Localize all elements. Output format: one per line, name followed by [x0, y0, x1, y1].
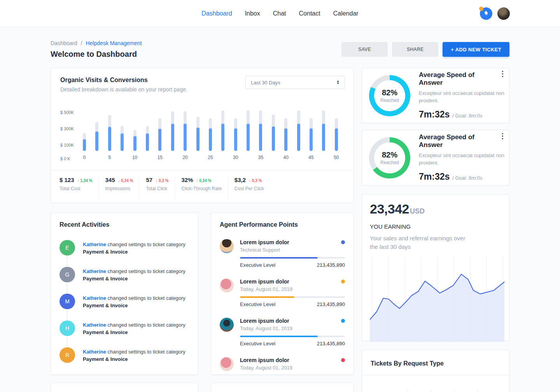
bar-column: 10: [133, 130, 136, 151]
share-button[interactable]: SHARE: [392, 42, 438, 57]
bar-total-segment: [297, 110, 300, 151]
agent-performance-card: Agent Performance Points Lorem ipsum dol…: [211, 212, 354, 375]
stat-click-through-rate: 32%↑ 0,34 %Click-Through Rate: [175, 177, 228, 199]
bar-visits-segment: [284, 128, 287, 151]
activity-user-link[interactable]: Katherine: [83, 322, 106, 328]
x-axis-tick: 30: [233, 155, 238, 160]
period-select[interactable]: Last 30 Days ▲▼: [245, 76, 345, 89]
recent-activities-card: Recent Activities EKatherine changed set…: [51, 212, 198, 375]
bar-total-segment: [221, 110, 224, 151]
avg-speed-card-2: 82% Reached Average Speed of Answer ⋮ Ex…: [362, 130, 509, 186]
agent-avatar: [220, 357, 234, 371]
agent-progress-fill: [240, 336, 318, 337]
activity-avatar: R: [60, 347, 75, 363]
bar-total-segment: [171, 111, 174, 151]
bar-visits-segment: [310, 128, 313, 151]
stat-label: Total Click: [146, 186, 168, 191]
bar-chart-bars: 05101520253035404550: [83, 110, 338, 151]
speed-card-desc: Excepteur sint occaecat cupidatat non pr…: [419, 90, 506, 105]
add-new-ticket-button[interactable]: + ADD NEW TICKET: [443, 42, 509, 57]
speed-card-title: Average Speed of Answer: [419, 133, 499, 149]
bar-total-segment: [272, 114, 275, 151]
nav-item-chat[interactable]: Chat: [273, 10, 286, 17]
ring-percent: 82%: [382, 150, 397, 159]
agent-head: Lorem ipsum dolor: [240, 318, 345, 324]
y-axis-tick: $ 300K: [60, 126, 74, 131]
stat-delta: ↓ 0,3 %: [249, 178, 262, 183]
agent-avatar: [220, 239, 234, 253]
breadcrumb-root[interactable]: Dashboard: [51, 40, 77, 46]
earnings-area-chart: [370, 256, 504, 342]
bar-column: 45: [310, 118, 313, 151]
agent-head: Lorem ipsum dolor: [240, 278, 345, 285]
activity-list: EKatherine changed settings to ticket ca…: [60, 240, 189, 374]
activity-user-link[interactable]: Katherine: [83, 268, 106, 274]
nav-item-inbox[interactable]: Inbox: [245, 10, 260, 17]
stat-label: Total Cost: [60, 186, 92, 191]
stat-top: $ 123↑ 1,34 %: [60, 177, 92, 183]
bar-total-segment: [133, 130, 136, 151]
agent-row: Lorem ipsum dolorToday, August 01, 2019E…: [220, 357, 345, 375]
bar-column: 35: [259, 110, 262, 151]
bar-total-segment: [335, 118, 338, 151]
x-axis-tick: 5: [108, 155, 111, 160]
speed-card-desc: Excepteur sint occaecat cupidatat non pr…: [419, 152, 506, 167]
agent-name: Lorem ipsum dolor: [240, 318, 289, 324]
kebab-menu-icon[interactable]: ⋮: [499, 71, 506, 77]
agent-body: Lorem ipsum dolorToday, August 01, 2019E…: [240, 278, 345, 307]
bar-total-segment: [284, 118, 287, 151]
agent-subtitle: Technical Support: [240, 247, 345, 253]
activity-text: Katherine changed settings to ticket cat…: [83, 347, 186, 374]
bar-column: 15: [158, 118, 161, 151]
bar-column: [146, 126, 149, 151]
bar-visits-segment: [133, 136, 136, 151]
bar-visits-segment: [121, 133, 124, 151]
agent-avatar: [220, 318, 234, 332]
breadcrumb-current[interactable]: Helpdesk Management: [86, 40, 142, 46]
bar-visits-segment: [196, 128, 200, 151]
y-axis-tick: $ 100K: [60, 143, 74, 147]
nav-item-dashboard[interactable]: Dashboard: [201, 10, 232, 17]
activity-user-link[interactable]: Katherine: [83, 295, 106, 301]
bar-column: 25: [209, 118, 212, 151]
agent-body: Lorem ipsum dolorToday, August 01, 2019E…: [240, 357, 345, 375]
earnings-amount: 23,342: [370, 201, 409, 217]
earnings-card: 23,342 USD YOU EARNING Your sales and re…: [362, 194, 509, 341]
notification-button[interactable]: [480, 7, 492, 20]
agent-subtitle: Today, August 01, 2019: [240, 286, 345, 292]
nav-item-contact[interactable]: Contact: [299, 10, 320, 17]
partial-card-left: [51, 383, 198, 392]
tickets-title: Tickets By Request Type: [371, 360, 444, 367]
stat-total-click: 57↓ 0,3 %Total Click: [139, 177, 175, 199]
stat-delta: ↑ 1,34 %: [77, 178, 93, 183]
user-avatar[interactable]: [497, 7, 510, 20]
nav-item-calendar[interactable]: Calendar: [333, 10, 359, 17]
agent-status-dot: [341, 240, 345, 244]
agent-level-value: 213,435,890: [317, 301, 345, 307]
organic-bar-chart: $ 500K$ 300K$ 100K$ 0 K 0510152025303540…: [60, 102, 344, 161]
activity-user-link[interactable]: Katherine: [83, 349, 106, 355]
stat-value: 57: [146, 177, 152, 183]
kebab-menu-icon[interactable]: ⋮: [499, 133, 506, 139]
y-axis-tick: $ 0 K: [60, 156, 70, 161]
save-button[interactable]: SAVE: [341, 42, 388, 57]
stat-label: Click-Through Rate: [181, 186, 221, 191]
speed-time-value: 7m:32s: [419, 172, 450, 182]
x-axis-tick: 40: [284, 155, 289, 160]
bar-visits-segment: [146, 133, 149, 151]
stat-delta: ↑ 0,34 %: [196, 178, 212, 183]
partial-card-middle: [211, 383, 354, 392]
activity-item: EKatherine changed settings to ticket ca…: [60, 240, 189, 267]
bar-total-segment: [108, 115, 111, 151]
bar-column: 5: [108, 115, 111, 151]
agent-head: Lorem ipsum dolor: [240, 239, 345, 245]
bar-column: 50: [335, 118, 338, 151]
bar-visits-segment: [247, 124, 250, 151]
activity-user-link[interactable]: Katherine: [83, 242, 106, 247]
bar-column: [121, 126, 124, 151]
page-title: Welcome to Dashboard: [51, 50, 142, 59]
header-actions: SAVE SHARE + ADD NEW TICKET: [341, 42, 509, 59]
bar-visits-segment: [209, 128, 212, 151]
x-axis-tick: 15: [158, 155, 163, 160]
speed-card-title: Average Speed of Answer: [419, 71, 499, 87]
